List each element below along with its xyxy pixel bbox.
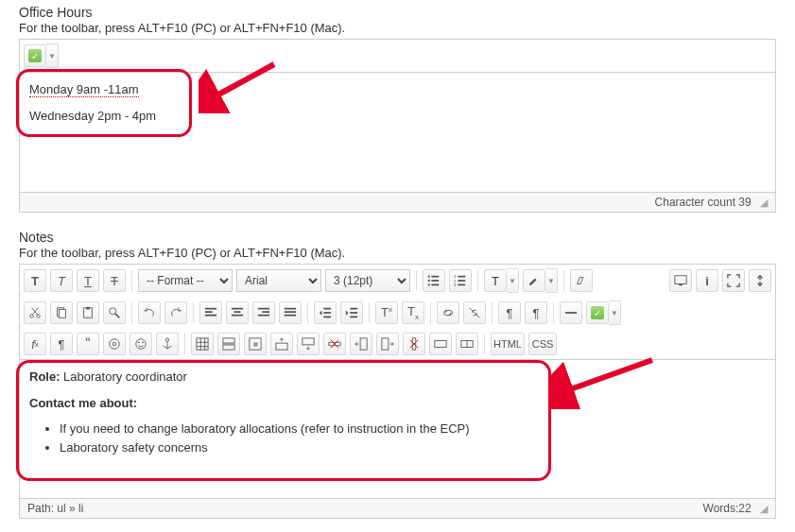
table-row-props-button[interactable] [217, 333, 240, 355]
redo-button[interactable] [164, 301, 187, 324]
numbered-list-button[interactable]: 123 [449, 269, 472, 292]
indent-button[interactable] [340, 301, 363, 324]
svg-rect-58 [253, 342, 257, 346]
svg-rect-65 [382, 338, 389, 350]
bold-button[interactable]: T [24, 269, 46, 292]
svg-point-3 [428, 280, 430, 282]
svg-point-46 [138, 341, 140, 343]
mashup-button[interactable] [103, 333, 126, 355]
svg-rect-37 [323, 317, 331, 318]
check-icon: ✓ [591, 306, 604, 319]
delete-row-button[interactable] [323, 333, 346, 355]
underline-button[interactable]: T [77, 269, 99, 292]
preview-button[interactable] [669, 269, 692, 292]
spellcheck-button[interactable]: ✓ [24, 44, 46, 67]
strike-button[interactable]: Ŧ [103, 269, 126, 292]
insert-col-right-button[interactable] [376, 333, 399, 355]
table-button[interactable] [191, 333, 214, 355]
path-li-link[interactable]: li [78, 502, 83, 515]
notes-content[interactable]: Role: Laboratory coordinator Contact me … [20, 360, 775, 498]
highlight-dropdown[interactable]: ▼ [545, 268, 558, 293]
ltr-button[interactable]: ¶ [498, 301, 521, 324]
emoji-button[interactable] [130, 333, 152, 355]
notes-statusbar: Path: ul » li Words:22 ◢ [19, 499, 776, 519]
anchor-button[interactable] [156, 333, 179, 355]
notes-hint: For the toolbar, press ALT+F10 (PC) or A… [19, 246, 776, 260]
insert-row-below-button[interactable] [297, 333, 320, 355]
spellcheck-notes-button[interactable]: ✓ [586, 301, 609, 324]
svg-rect-35 [323, 308, 331, 310]
office-hours-label: Office Hours [19, 5, 776, 20]
align-center-button[interactable] [226, 301, 249, 324]
svg-point-47 [142, 341, 144, 343]
rtl-button[interactable]: ¶ [525, 301, 547, 324]
office-hours-content[interactable]: Monday 9am -11am Wednesday 2pm - 4pm [20, 73, 775, 192]
svg-rect-40 [350, 317, 357, 318]
fullscreen-button[interactable] [722, 269, 745, 292]
office-hours-toolbar: ✓ ▼ [20, 40, 775, 73]
svg-rect-4 [431, 280, 439, 282]
paragraph-button[interactable]: ¶ [50, 333, 73, 355]
paste-button[interactable] [77, 301, 99, 324]
spellcheck-notes-dropdown[interactable]: ▼ [609, 300, 621, 325]
fontsize-select[interactable]: 3 (12pt) [325, 269, 410, 292]
svg-line-41 [470, 308, 480, 318]
svg-rect-25 [205, 315, 216, 317]
svg-point-1 [428, 275, 430, 277]
more-button[interactable] [749, 269, 771, 292]
split-cells-button[interactable] [456, 333, 478, 355]
word-count-label: Words:22 [703, 502, 752, 515]
highlight-button[interactable] [523, 269, 545, 292]
subscript-button[interactable]: Tx [402, 301, 424, 324]
hr-button[interactable] [560, 301, 582, 324]
svg-point-43 [110, 339, 120, 350]
cut-button[interactable] [24, 301, 46, 324]
formula-button[interactable]: fx [24, 333, 46, 355]
align-right-button[interactable] [252, 301, 275, 324]
svg-rect-26 [232, 308, 243, 310]
svg-rect-6 [431, 284, 439, 286]
format-select[interactable]: -- Format -- [138, 269, 233, 292]
superscript-button[interactable]: Tx [375, 301, 398, 324]
svg-rect-28 [232, 315, 243, 317]
css-button[interactable]: CSS [528, 333, 557, 355]
text-color-button[interactable]: T [484, 269, 507, 292]
resize-handle-icon[interactable]: ◢ [760, 503, 768, 515]
insert-col-left-button[interactable] [350, 333, 372, 355]
table-cell-props-button[interactable] [244, 333, 267, 355]
unlink-button[interactable] [463, 301, 486, 324]
insert-row-above-button[interactable] [270, 333, 293, 355]
svg-rect-20 [86, 307, 90, 310]
find-button[interactable] [103, 301, 126, 324]
delete-col-button[interactable] [403, 333, 425, 355]
html-button[interactable]: HTML [491, 333, 525, 355]
copy-button[interactable] [50, 301, 73, 324]
info-button[interactable]: i [696, 269, 718, 292]
svg-point-5 [428, 283, 430, 285]
svg-rect-50 [197, 338, 208, 350]
svg-rect-33 [285, 311, 296, 313]
align-justify-button[interactable] [279, 301, 302, 324]
quote-button[interactable]: “ [77, 333, 99, 355]
link-button[interactable] [437, 301, 459, 324]
svg-rect-60 [302, 338, 314, 345]
svg-rect-24 [205, 311, 213, 313]
path-ul-link[interactable]: ul [57, 502, 65, 515]
svg-point-48 [165, 338, 169, 342]
text-color-dropdown[interactable]: ▼ [507, 268, 519, 293]
outdent-button[interactable] [314, 301, 337, 324]
align-left-button[interactable] [199, 301, 222, 324]
svg-point-44 [112, 342, 116, 346]
clear-format-button[interactable] [570, 269, 593, 292]
font-select[interactable]: Arial [236, 269, 321, 292]
spellcheck-dropdown-arrow[interactable]: ▼ [46, 43, 59, 68]
bullet-list-button[interactable] [423, 269, 445, 292]
resize-handle-icon[interactable]: ◢ [760, 197, 768, 209]
svg-rect-59 [276, 343, 287, 350]
merge-cells-button[interactable] [429, 333, 452, 355]
list-item: Laboratory safety concerns [60, 438, 766, 457]
undo-button[interactable] [138, 301, 161, 324]
svg-rect-14 [679, 284, 683, 286]
svg-rect-31 [258, 315, 269, 317]
italic-button[interactable]: T [50, 269, 73, 292]
